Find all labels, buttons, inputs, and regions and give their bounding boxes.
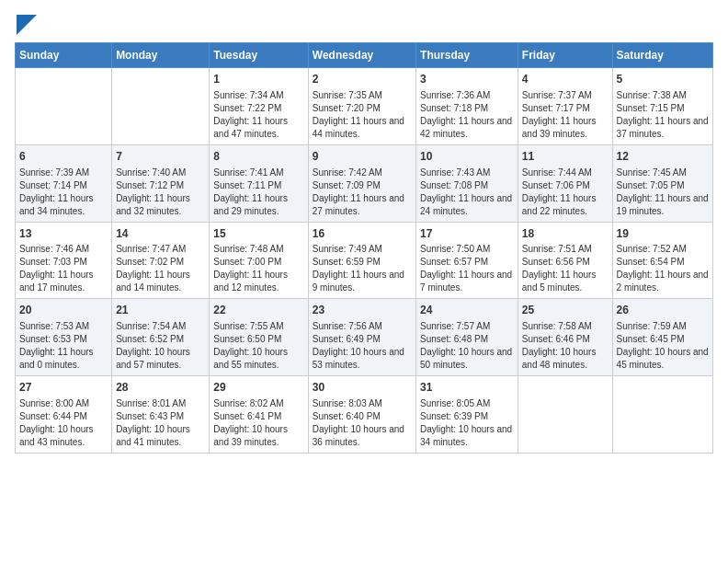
day-number: 15	[213, 226, 303, 242]
day-number: 3	[420, 72, 514, 87]
day-info: Sunrise: 7:41 AM	[213, 167, 303, 179]
day-info: Sunrise: 8:02 AM	[213, 397, 303, 410]
day-number: 25	[522, 303, 609, 318]
day-info: Daylight: 10 hours and 36 minutes.	[313, 423, 412, 449]
day-info: Sunrise: 7:55 AM	[213, 320, 303, 333]
day-info: Sunrise: 7:40 AM	[116, 167, 205, 179]
calendar-cell: 9Sunrise: 7:42 AMSunset: 7:09 PMDaylight…	[308, 144, 415, 222]
day-info: Sunset: 7:11 PM	[213, 179, 303, 192]
day-number: 20	[19, 303, 108, 318]
day-info: Sunrise: 7:39 AM	[19, 167, 108, 179]
day-header-monday: Monday	[112, 43, 210, 68]
day-number: 23	[313, 303, 412, 318]
day-number: 14	[116, 226, 205, 242]
header-row: SundayMondayTuesdayWednesdayThursdayFrid…	[16, 43, 713, 68]
day-info: Daylight: 11 hours and 0 minutes.	[19, 346, 108, 372]
day-number: 27	[19, 380, 108, 396]
day-info: Daylight: 11 hours and 24 minutes.	[420, 192, 514, 218]
calendar-cell: 25Sunrise: 7:58 AMSunset: 6:46 PMDayligh…	[518, 299, 612, 376]
day-info: Sunset: 6:40 PM	[313, 410, 412, 423]
week-row-4: 20Sunrise: 7:53 AMSunset: 6:53 PMDayligh…	[16, 299, 713, 376]
calendar-cell	[518, 376, 612, 454]
day-info: Sunrise: 7:44 AM	[522, 167, 609, 179]
day-number: 19	[617, 226, 709, 242]
day-info: Sunset: 7:05 PM	[617, 179, 709, 192]
day-number: 30	[313, 380, 412, 396]
day-info: Sunrise: 7:37 AM	[522, 89, 609, 102]
day-info: Sunset: 7:09 PM	[313, 179, 412, 192]
calendar-cell: 12Sunrise: 7:45 AMSunset: 7:05 PMDayligh…	[612, 144, 712, 222]
day-info: Daylight: 11 hours and 44 minutes.	[313, 115, 412, 141]
logo-icon	[17, 15, 37, 35]
day-number: 22	[213, 303, 303, 318]
day-info: Sunset: 7:03 PM	[19, 256, 108, 269]
day-info: Sunrise: 7:59 AM	[617, 320, 709, 333]
day-info: Sunset: 7:12 PM	[116, 179, 205, 192]
calendar-cell: 14Sunrise: 7:47 AMSunset: 7:02 PMDayligh…	[112, 222, 210, 299]
day-info: Sunrise: 7:58 AM	[522, 320, 609, 333]
calendar-cell: 11Sunrise: 7:44 AMSunset: 7:06 PMDayligh…	[518, 144, 612, 222]
day-header-tuesday: Tuesday	[210, 43, 308, 68]
page-header	[15, 15, 713, 35]
day-info: Sunrise: 8:00 AM	[19, 397, 108, 410]
week-row-5: 27Sunrise: 8:00 AMSunset: 6:44 PMDayligh…	[16, 376, 713, 454]
day-info: Sunrise: 7:53 AM	[19, 320, 108, 333]
calendar-cell: 28Sunrise: 8:01 AMSunset: 6:43 PMDayligh…	[112, 376, 210, 454]
day-info: Daylight: 11 hours and 34 minutes.	[19, 192, 108, 218]
day-info: Sunset: 6:45 PM	[617, 333, 709, 346]
day-info: Sunset: 6:52 PM	[116, 333, 205, 346]
day-info: Daylight: 10 hours and 48 minutes.	[522, 346, 609, 372]
calendar-cell: 2Sunrise: 7:35 AMSunset: 7:20 PMDaylight…	[308, 68, 415, 145]
day-info: Daylight: 10 hours and 57 minutes.	[116, 346, 205, 372]
day-header-thursday: Thursday	[416, 43, 518, 68]
day-info: Daylight: 11 hours and 29 minutes.	[213, 192, 303, 218]
day-number: 21	[116, 303, 205, 318]
calendar-cell: 5Sunrise: 7:38 AMSunset: 7:15 PMDaylight…	[612, 68, 712, 145]
calendar-cell: 31Sunrise: 8:05 AMSunset: 6:39 PMDayligh…	[416, 376, 518, 454]
day-info: Daylight: 10 hours and 55 minutes.	[213, 346, 303, 372]
calendar-cell: 20Sunrise: 7:53 AMSunset: 6:53 PMDayligh…	[16, 299, 112, 376]
calendar-cell: 22Sunrise: 7:55 AMSunset: 6:50 PMDayligh…	[210, 299, 308, 376]
day-number: 1	[213, 72, 303, 87]
day-info: Sunrise: 8:01 AM	[116, 397, 205, 410]
svg-marker-0	[17, 15, 37, 35]
day-info: Sunrise: 7:36 AM	[420, 89, 514, 102]
day-info: Sunrise: 7:50 AM	[420, 243, 514, 256]
day-info: Sunrise: 7:47 AM	[116, 243, 205, 256]
calendar-cell: 10Sunrise: 7:43 AMSunset: 7:08 PMDayligh…	[416, 144, 518, 222]
day-info: Sunrise: 8:05 AM	[420, 397, 514, 410]
day-info: Daylight: 11 hours and 2 minutes.	[617, 269, 709, 294]
day-number: 8	[213, 149, 303, 165]
day-number: 16	[313, 226, 412, 242]
calendar-cell: 27Sunrise: 8:00 AMSunset: 6:44 PMDayligh…	[16, 376, 112, 454]
day-info: Sunset: 7:20 PM	[313, 102, 412, 115]
day-info: Sunset: 7:08 PM	[420, 179, 514, 192]
day-info: Daylight: 11 hours and 42 minutes.	[420, 115, 514, 141]
calendar-cell: 7Sunrise: 7:40 AMSunset: 7:12 PMDaylight…	[112, 144, 210, 222]
day-number: 17	[420, 226, 514, 242]
calendar-cell: 3Sunrise: 7:36 AMSunset: 7:18 PMDaylight…	[416, 68, 518, 145]
day-info: Sunset: 6:57 PM	[420, 256, 514, 269]
day-info: Daylight: 11 hours and 12 minutes.	[213, 269, 303, 294]
day-number: 7	[116, 149, 205, 165]
calendar-cell	[112, 68, 210, 145]
calendar-cell: 19Sunrise: 7:52 AMSunset: 6:54 PMDayligh…	[612, 222, 712, 299]
calendar-cell	[612, 376, 712, 454]
day-info: Sunset: 6:53 PM	[19, 333, 108, 346]
day-info: Sunset: 7:00 PM	[213, 256, 303, 269]
day-info: Daylight: 11 hours and 17 minutes.	[19, 269, 108, 294]
day-info: Sunrise: 7:52 AM	[617, 243, 709, 256]
day-info: Sunset: 7:22 PM	[213, 102, 303, 115]
day-number: 31	[420, 380, 514, 396]
day-info: Daylight: 11 hours and 39 minutes.	[522, 115, 609, 141]
day-info: Daylight: 10 hours and 53 minutes.	[313, 346, 412, 372]
calendar-cell: 30Sunrise: 8:03 AMSunset: 6:40 PMDayligh…	[308, 376, 415, 454]
day-number: 4	[522, 72, 609, 87]
day-number: 18	[522, 226, 609, 242]
day-info: Daylight: 10 hours and 45 minutes.	[617, 346, 709, 372]
calendar-cell: 17Sunrise: 7:50 AMSunset: 6:57 PMDayligh…	[416, 222, 518, 299]
calendar-cell: 6Sunrise: 7:39 AMSunset: 7:14 PMDaylight…	[16, 144, 112, 222]
calendar-cell: 15Sunrise: 7:48 AMSunset: 7:00 PMDayligh…	[210, 222, 308, 299]
day-info: Daylight: 11 hours and 22 minutes.	[522, 192, 609, 218]
calendar-cell: 1Sunrise: 7:34 AMSunset: 7:22 PMDaylight…	[210, 68, 308, 145]
